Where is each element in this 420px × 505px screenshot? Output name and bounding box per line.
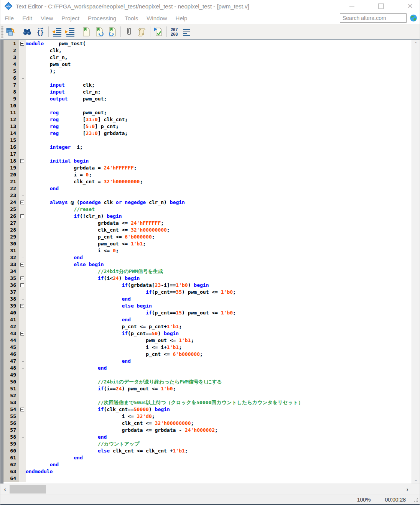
code-line[interactable]: 7 input clk; <box>3 82 412 89</box>
code-line[interactable]: 19 grbdata = 24'hFFFFFF; <box>3 164 412 171</box>
fold-toggle-icon[interactable] <box>19 303 26 309</box>
code-line[interactable]: 17 <box>3 151 412 158</box>
fold-toggle-icon[interactable] <box>19 158 26 164</box>
code-line[interactable]: 46 p_cnt <= 6'b000000; <box>3 351 412 358</box>
code-line[interactable]: 53 //次回送信まで50us以上待つ（クロックを50000回カウントしたらカウ… <box>3 399 412 406</box>
resize-grip[interactable] <box>413 497 419 503</box>
code-line[interactable]: 38 end <box>3 296 412 303</box>
code-line[interactable]: 43 if(p_cnt==50) begin <box>3 330 412 337</box>
code-line[interactable]: 28 clk_cnt <= 32'h00000000; <box>3 227 412 234</box>
code-line[interactable]: 2 clk, <box>3 47 412 54</box>
horizontal-scroll-thumb[interactable] <box>10 485 46 493</box>
code-line[interactable]: 41 end <box>3 316 412 323</box>
code-line[interactable]: 30 pwm_out <= 1'b1; <box>3 240 412 247</box>
code-line[interactable]: 61 end <box>3 454 412 461</box>
detach-window-button[interactable] <box>5 26 17 38</box>
vertical-scrollbar[interactable]: ⌃ ⌄ <box>412 40 420 484</box>
close-button[interactable]: ✕ <box>404 1 417 11</box>
scroll-up-arrow-icon[interactable]: ⌃ <box>412 40 420 48</box>
go-to-line-button[interactable] <box>180 26 193 38</box>
decrease-indent-button[interactable] <box>51 26 63 38</box>
code-line[interactable]: 34 //24bit分のPWM信号を生成 <box>3 268 412 275</box>
fold-toggle-icon[interactable] <box>19 261 26 268</box>
code-line[interactable]: 16 integer i; <box>3 144 412 151</box>
code-line[interactable]: 50 //24bitのデータが送り終わったらPWM信号をLにする <box>3 378 412 385</box>
globe-search-button[interactable] <box>409 13 418 23</box>
code-line[interactable]: 48 end <box>3 365 412 372</box>
scroll-down-arrow-icon[interactable]: ⌄ <box>412 476 420 484</box>
search-input[interactable] <box>340 13 407 23</box>
code-line[interactable]: 18 initial begin <box>3 158 412 164</box>
code-line[interactable]: 49 <box>3 372 412 378</box>
menu-view[interactable]: View <box>36 15 57 21</box>
minimize-button[interactable] <box>345 1 358 11</box>
fold-toggle-icon[interactable] <box>19 275 26 282</box>
fold-toggle-icon[interactable] <box>19 282 26 289</box>
menu-project[interactable]: Project <box>57 15 84 21</box>
code-line[interactable]: 58 end <box>3 434 412 441</box>
code-line[interactable]: 60 else clk_cnt <= clk_cnt +1'b1; <box>3 447 412 454</box>
match-brace-button[interactable]: {} <box>34 26 46 38</box>
menu-window[interactable]: Window <box>142 15 171 21</box>
code-line[interactable]: 36 if(grbdata[23-i]==1'b0) begin <box>3 282 412 289</box>
code-line[interactable]: 55 i <= 32'd0; <box>3 413 412 420</box>
analyze-file-button[interactable] <box>152 26 165 38</box>
toolbar-grip[interactable] <box>1 26 3 38</box>
code-line[interactable]: 22 end <box>3 185 412 192</box>
code-line[interactable]: 21 clk_cnt = 32'h00000000; <box>3 178 412 185</box>
code-line[interactable]: 37 if(p_cnt==35) pwm_out <= 1'b0; <box>3 289 412 296</box>
next-bookmark-button[interactable] <box>106 26 119 38</box>
code-line[interactable]: 51 if(i==24) pwm_out <= 1'b0; <box>3 385 412 392</box>
code-line[interactable]: 56 clk_cnt <= 32'h00000000; <box>3 420 412 427</box>
code-line[interactable]: 45 i <= i+1'b1; <box>3 344 412 351</box>
scroll-right-arrow-icon[interactable]: › <box>403 484 412 495</box>
code-line[interactable]: 15 <box>3 137 412 144</box>
code-line[interactable]: 63endmodule <box>3 468 412 475</box>
code-line[interactable]: 42 p_cnt <= p_cnt+1'b1; <box>3 323 412 330</box>
find-button[interactable] <box>21 26 33 38</box>
template-button[interactable] <box>136 26 148 38</box>
code-line[interactable]: 52 <box>3 392 412 399</box>
code-line[interactable]: 27 grbdata <= 24'hFFFFFF; <box>3 220 412 227</box>
horizontal-scroll-track[interactable] <box>46 484 403 495</box>
menu-edit[interactable]: Edit <box>18 15 36 21</box>
code-line[interactable]: 9 output pwm_out; <box>3 95 412 102</box>
fold-toggle-icon[interactable] <box>19 330 26 337</box>
menu-help[interactable]: Help <box>171 15 192 21</box>
code-line[interactable]: 1module pwm_test( <box>3 40 412 47</box>
fold-toggle-icon[interactable] <box>19 213 26 220</box>
menu-file[interactable]: File <box>0 15 18 21</box>
code-line[interactable]: 3 clr_n, <box>3 54 412 61</box>
code-line[interactable]: 25 //reset <box>3 206 412 213</box>
code-line[interactable]: 64 <box>3 475 412 482</box>
increase-indent-button[interactable] <box>64 26 76 38</box>
fold-toggle-icon[interactable] <box>19 40 26 47</box>
code-line[interactable]: 57 grbdata <= grbdata - 24'h000002; <box>3 427 412 434</box>
code-line[interactable]: 23 <box>3 192 412 199</box>
code-line[interactable]: 4 pwm_out <box>3 61 412 68</box>
previous-bookmark-button[interactable] <box>93 26 105 38</box>
code-line[interactable]: 32 end <box>3 254 412 261</box>
code-line[interactable]: 40 if(p_cnt==15) pwm_out <= 1'b0; <box>3 309 412 316</box>
horizontal-scrollbar[interactable]: ‹ › <box>0 484 420 495</box>
code-line[interactable]: 44 pwm_out <= 1'b1; <box>3 337 412 344</box>
code-line[interactable]: 8 input clr_n; <box>3 89 412 95</box>
comment-button[interactable] <box>123 26 135 38</box>
code-line[interactable]: 39 else begin <box>3 303 412 309</box>
maximize-button[interactable] <box>374 1 387 11</box>
toggle-bookmark-button[interactable] <box>80 26 92 38</box>
code-line[interactable]: 11 reg pwm_out; <box>3 109 412 116</box>
menu-tools[interactable]: Tools <box>120 15 142 21</box>
fold-toggle-icon[interactable] <box>19 199 26 206</box>
code-line[interactable]: 59 //カウントアップ <box>3 441 412 447</box>
scroll-left-arrow-icon[interactable]: ‹ <box>0 484 10 495</box>
code-line[interactable]: 29 p_cnt <= 6'b000000; <box>3 234 412 240</box>
code-line[interactable]: 5 ); <box>3 68 412 75</box>
code-line[interactable]: 14 reg [23:0] grbdata; <box>3 130 412 137</box>
code-line[interactable]: 12 reg [31:0] clk_cnt; <box>3 116 412 123</box>
code-area[interactable]: 1module pwm_test(2 clk,3 clr_n,4 pwm_out… <box>3 40 412 484</box>
code-line[interactable]: 13 reg [5:0] p_cnt; <box>3 123 412 130</box>
code-line[interactable]: 26 if(!clr_n) begin <box>3 213 412 220</box>
menu-processing[interactable]: Processing <box>84 15 120 21</box>
code-line[interactable]: 24 always @ (posedge clk or negedge clr_… <box>3 199 412 206</box>
